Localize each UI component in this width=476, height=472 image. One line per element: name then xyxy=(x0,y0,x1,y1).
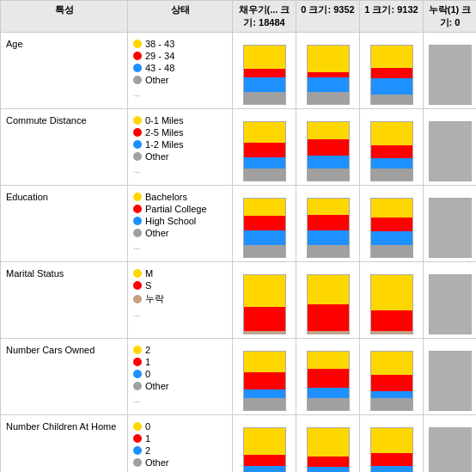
legend-label: 2 xyxy=(145,445,150,456)
feature-label: Commute Distance xyxy=(4,112,124,129)
bar-fill-marital xyxy=(233,262,296,339)
yellow-dot xyxy=(133,116,142,125)
legend-item: 2 xyxy=(133,345,227,355)
legend-item: 38 - 43 xyxy=(133,39,227,49)
feature-name-numchildren: Number Children At Home xyxy=(1,415,128,473)
legend-item: 1 xyxy=(133,357,227,367)
legend-label: M xyxy=(145,268,153,279)
bar-col1-education xyxy=(360,186,424,262)
table-row: Marital StatusMS누락... xyxy=(1,262,477,339)
bar-col1-numcars xyxy=(360,339,424,415)
bar-fill-numcars xyxy=(233,339,296,415)
header-col1: 1 크기: 9132 xyxy=(360,1,424,33)
bar-fill-numchildren xyxy=(233,415,296,473)
legend-label: 43 - 48 xyxy=(145,63,174,73)
ellipsis: ... xyxy=(133,240,227,251)
legend-label: 1-2 Miles xyxy=(145,139,184,150)
header-state: 상태 xyxy=(128,1,233,33)
legend-label: Other xyxy=(145,381,169,391)
feature-name-marital: Marital Status xyxy=(1,262,128,339)
legend-item: 2 xyxy=(133,445,227,456)
legend-label: 29 - 34 xyxy=(145,51,174,61)
legend-label: 0 xyxy=(145,421,150,432)
bar-nulak-numchildren xyxy=(424,415,477,473)
blue-dot xyxy=(133,370,142,378)
feature-name-numcars: Number Cars Owned xyxy=(1,339,128,415)
state-legend-marital: MS누락... xyxy=(128,262,233,339)
ellipsis: ... xyxy=(133,163,227,175)
bar-col0-commute xyxy=(296,109,360,186)
bar-fill-age xyxy=(233,33,296,109)
legend-label: Other xyxy=(145,228,169,238)
bar-col1-age xyxy=(360,33,424,109)
bar-nulak-commute xyxy=(424,109,477,186)
legend-label: Partial College xyxy=(145,204,207,214)
state-legend-numchildren: 012Other... xyxy=(128,415,233,473)
legend-label: 1 xyxy=(145,357,150,367)
legend-item: Other xyxy=(133,151,227,162)
legend-label: S xyxy=(145,280,151,291)
header-feature: 특성 xyxy=(1,1,128,33)
feature-label: Marital Status xyxy=(4,265,124,282)
red-dot xyxy=(133,358,142,366)
gray-dot xyxy=(133,458,142,467)
legend-item: Partial College xyxy=(133,204,227,214)
legend-item: High School xyxy=(133,216,227,226)
bar-col1-marital xyxy=(360,262,424,339)
bar-nulak-age xyxy=(424,33,477,109)
blue-dot xyxy=(133,140,142,149)
legend-label: 누락 xyxy=(145,292,164,305)
legend-item: 2-5 Miles xyxy=(133,127,227,138)
bar-nulak-education xyxy=(424,186,477,262)
bar-col0-numcars xyxy=(296,339,360,415)
red-dot xyxy=(133,205,142,213)
bar-col0-numchildren xyxy=(296,415,360,473)
header-col0: 0 크기: 9352 xyxy=(296,1,360,33)
table-row: Number Cars Owned210Other... xyxy=(1,339,477,415)
bar-col0-age xyxy=(296,33,360,109)
legend-item: 29 - 34 xyxy=(133,51,227,61)
legend-item: 1-2 Miles xyxy=(133,139,227,150)
gray-dot xyxy=(133,76,142,84)
legend-item: Other xyxy=(133,228,227,238)
bar-nulak-marital xyxy=(424,262,477,339)
legend-item: S xyxy=(133,280,227,291)
table-row: EducationBachelorsPartial CollegeHigh Sc… xyxy=(1,186,477,262)
feature-label: Number Children At Home xyxy=(4,418,124,435)
bar-nulak-numcars xyxy=(424,339,477,415)
header-nulak: 누락(1) 크기: 0 xyxy=(424,1,477,33)
legend-item: 0 xyxy=(133,421,227,432)
legend-item: 누락 xyxy=(133,292,227,305)
legend-item: 0-1 Miles xyxy=(133,115,227,126)
legend-label: 0-1 Miles xyxy=(145,115,184,126)
legend-label: Other xyxy=(145,75,169,85)
blue-dot xyxy=(133,446,142,455)
feature-name-age: Age xyxy=(1,33,128,109)
legend-label: 2-5 Miles xyxy=(145,127,184,138)
red-dot xyxy=(133,52,142,60)
legend-label: Other xyxy=(145,151,169,162)
yellow-dot xyxy=(133,269,142,278)
yellow-dot xyxy=(133,346,142,354)
bar-col0-marital xyxy=(296,262,360,339)
legend-label: 38 - 43 xyxy=(145,39,174,49)
legend-label: Other xyxy=(145,457,169,468)
legend-item: 0 xyxy=(133,369,227,379)
feature-label: Education xyxy=(4,188,124,205)
red-dot xyxy=(133,128,142,137)
legend-item: M xyxy=(133,268,227,279)
bar-col0-education xyxy=(296,186,360,262)
red-dot xyxy=(133,434,142,443)
gray-dot xyxy=(133,382,142,390)
yellow-dot xyxy=(133,193,142,201)
table-row: Commute Distance0-1 Miles2-5 Miles1-2 Mi… xyxy=(1,109,477,186)
legend-item: 43 - 48 xyxy=(133,63,227,73)
red-dot xyxy=(133,281,142,290)
state-legend-age: 38 - 4329 - 3443 - 48Other... xyxy=(128,33,233,109)
blue-dot xyxy=(133,64,142,72)
legend-item: Other xyxy=(133,75,227,85)
legend-item: Other xyxy=(133,457,227,468)
feature-name-commute: Commute Distance xyxy=(1,109,128,186)
legend-label: 1 xyxy=(145,433,150,444)
feature-label: Number Cars Owned xyxy=(4,341,124,359)
